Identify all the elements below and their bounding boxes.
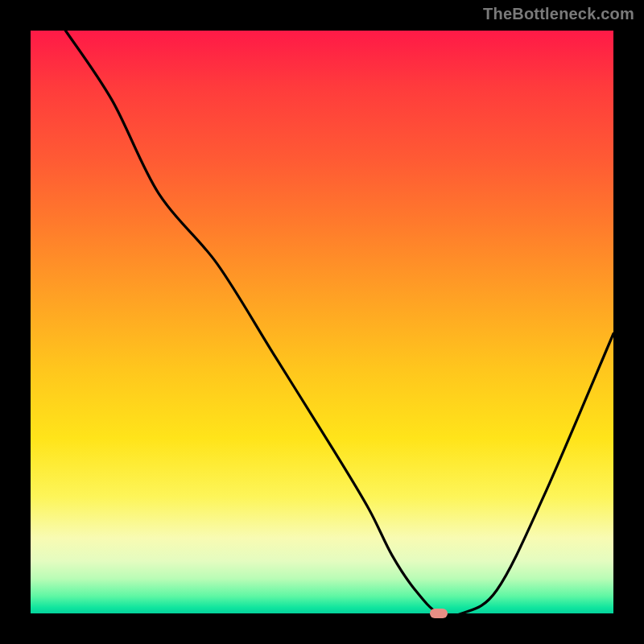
chart-plot-area <box>31 31 613 613</box>
bottleneck-curve <box>31 31 613 613</box>
chart-frame: TheBottleneck.com <box>0 0 644 644</box>
optimum-marker <box>430 609 448 618</box>
watermark-text: TheBottleneck.com <box>483 5 634 23</box>
